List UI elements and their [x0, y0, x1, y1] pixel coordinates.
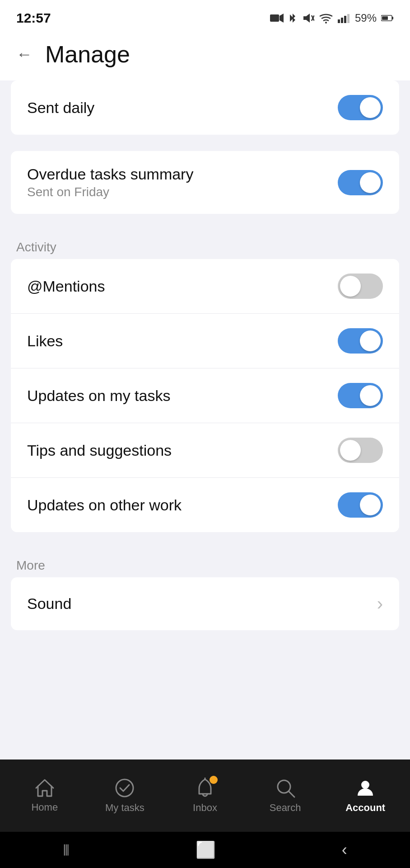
sound-row[interactable]: Sound ›: [11, 577, 399, 630]
svg-rect-0: [270, 14, 279, 22]
bottom-nav: Home My tasks Inbox Search Account: [0, 760, 410, 832]
overdue-tasks-toggle[interactable]: [338, 170, 383, 195]
likes-label: Likes: [27, 332, 63, 350]
svg-rect-11: [392, 17, 393, 19]
mute-icon: [302, 12, 314, 24]
overdue-tasks-sub: Sent on Friday: [27, 185, 193, 199]
nav-home-label: Home: [31, 802, 58, 813]
nav-mytasks[interactable]: My tasks: [85, 773, 165, 818]
signal-icon: [338, 13, 350, 23]
system-nav: ⦀ ⬜ ‹: [0, 832, 410, 868]
tips-toggle[interactable]: [338, 438, 383, 463]
summary-partial-card: Sent daily: [11, 80, 399, 135]
svg-line-16: [289, 791, 294, 797]
wifi-icon: [319, 13, 333, 24]
nav-account-label: Account: [345, 802, 385, 814]
tips-label: Tips and suggestions: [27, 442, 172, 459]
activity-section-label: Activity: [0, 230, 410, 259]
activity-card: @Mentions Likes: [11, 259, 399, 532]
recent-apps-button[interactable]: ⦀: [63, 840, 70, 859]
video-icon: [270, 13, 284, 24]
mentions-row: @Mentions: [11, 259, 399, 314]
header: ← Manage: [0, 33, 410, 80]
sound-label: Sound: [27, 595, 71, 613]
home-button[interactable]: ⬜: [196, 840, 216, 859]
nav-inbox[interactable]: Inbox: [165, 773, 245, 818]
nav-mytasks-label: My tasks: [105, 802, 144, 814]
updates-other-label: Updates on other work: [27, 496, 182, 514]
mentions-toggle[interactable]: [338, 274, 383, 299]
check-circle-icon: [114, 778, 135, 798]
sent-daily-toggle[interactable]: [338, 95, 383, 120]
nav-home[interactable]: Home: [5, 774, 85, 818]
sent-daily-label: Sent daily: [27, 99, 94, 117]
battery-text: 59%: [355, 12, 377, 24]
status-bar: 12:57 59%: [0, 0, 410, 33]
more-card-group: More Sound ›: [0, 548, 410, 630]
nav-inbox-label: Inbox: [193, 802, 217, 814]
tips-row: Tips and suggestions: [11, 423, 399, 478]
status-time: 12:57: [16, 10, 51, 26]
svg-rect-12: [382, 16, 388, 20]
more-card: Sound ›: [11, 577, 399, 630]
updates-tasks-row: Updates on my tasks: [11, 368, 399, 423]
overdue-card-group: Overdue tasks summary Sent on Friday: [0, 151, 410, 214]
mentions-label: @Mentions: [27, 278, 105, 295]
likes-row: Likes: [11, 314, 399, 368]
sent-daily-row: Sent daily: [11, 80, 399, 135]
updates-other-row: Updates on other work: [11, 478, 399, 532]
back-button[interactable]: ←: [13, 43, 36, 66]
updates-tasks-toggle[interactable]: [338, 383, 383, 408]
nav-search-label: Search: [270, 802, 301, 814]
svg-rect-7: [341, 18, 343, 23]
bluetooth-icon: [288, 12, 297, 24]
battery-icon: [381, 14, 394, 22]
overdue-tasks-label: Overdue tasks summary: [27, 165, 193, 183]
updates-tasks-label: Updates on my tasks: [27, 387, 170, 405]
svg-rect-8: [344, 16, 346, 23]
svg-marker-2: [303, 14, 310, 23]
svg-point-17: [361, 781, 369, 789]
svg-marker-1: [280, 14, 284, 23]
activity-card-group: Activity @Mentions Likes: [0, 230, 410, 532]
sound-chevron-icon: ›: [377, 594, 383, 614]
nav-account[interactable]: Account: [325, 773, 405, 818]
overdue-tasks-row: Overdue tasks summary Sent on Friday: [11, 151, 399, 214]
inbox-badge: [210, 776, 218, 784]
svg-rect-6: [338, 19, 340, 23]
svg-point-13: [116, 779, 133, 797]
more-section-label: More: [0, 548, 410, 577]
summary-card-group: Sent daily: [0, 80, 410, 135]
house-icon: [34, 778, 55, 798]
nav-search[interactable]: Search: [245, 773, 326, 818]
overdue-card: Overdue tasks summary Sent on Friday: [11, 151, 399, 214]
person-icon: [355, 778, 376, 798]
svg-rect-9: [347, 14, 349, 23]
page-title: Manage: [45, 41, 130, 68]
status-icons: 59%: [270, 12, 394, 24]
back-nav-button[interactable]: ‹: [342, 840, 347, 859]
content-area: Sent daily Overdue tasks summary Sent on…: [0, 80, 410, 760]
updates-other-toggle[interactable]: [338, 492, 383, 518]
likes-toggle[interactable]: [338, 328, 383, 354]
magnifier-icon: [275, 778, 296, 798]
svg-point-5: [325, 22, 327, 24]
